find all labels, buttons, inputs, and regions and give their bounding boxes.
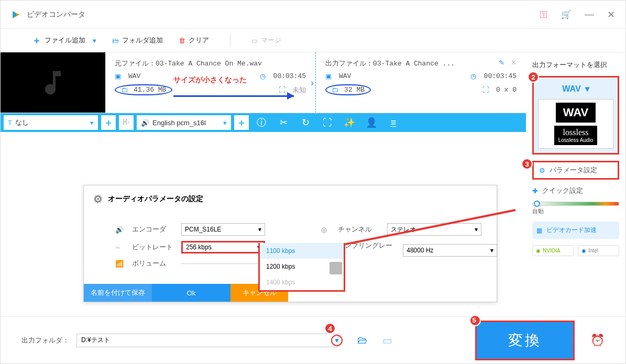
volume-icon: 📶	[115, 260, 125, 268]
annotation-circle-4: ▼	[331, 335, 343, 346]
slider-auto-label: 自動	[532, 207, 619, 215]
bitrate-option[interactable]: 1100 kbps	[260, 243, 344, 259]
titlebar: ビデオコンバータ ⚿ 🛒 ― ✕	[1, 1, 625, 29]
source-size: 41.36 MB	[134, 86, 166, 94]
chevron-right-icon: ›	[311, 77, 314, 88]
subtitle-select[interactable]: Tなし▾	[4, 115, 98, 130]
source-format: WAV	[128, 72, 140, 80]
sliders-icon: ⚙	[539, 167, 545, 174]
bitrate-option[interactable]: 1400 kbps	[260, 274, 344, 290]
add-file-button[interactable]: ＋ファイル追加▾	[32, 34, 96, 47]
caret-down-icon: ▾	[585, 84, 589, 94]
caret-down-icon[interactable]: ▼	[334, 337, 340, 344]
samplerate-label: サンプリングレート	[338, 241, 396, 260]
channel-select[interactable]: ステレオ▾	[387, 223, 481, 236]
channel-label: チャンネル	[338, 225, 380, 234]
add-audio-button[interactable]: ＋	[234, 115, 249, 130]
chip-icon: ▦	[536, 227, 542, 234]
folder-plus-icon: 🗁	[112, 37, 119, 45]
format-icon: ▣	[325, 72, 335, 80]
minimize-button[interactable]: ―	[585, 9, 594, 20]
bitrate-label: ビットレート	[132, 242, 174, 252]
channel-icon: ◎	[321, 226, 331, 234]
source-filename: 03-Take A Chance On Me.wav	[156, 60, 262, 68]
subtitle-icon: T	[8, 119, 12, 127]
parameter-settings-button[interactable]: 3 ⚙パラメータ設定	[532, 161, 619, 180]
output-format-title: 出力フォーマットを選択	[532, 60, 619, 70]
samplerate-select[interactable]: 48000 Hz▾	[403, 244, 497, 257]
quality-slider[interactable]: 自動	[532, 202, 619, 215]
bitrate-select[interactable]: 256 kbps▾	[181, 241, 265, 253]
subtitle-style-button[interactable]: HT	[119, 115, 134, 130]
audio-params-dialog: ⚙オーディオパラメータの設定 🔊エンコーダ PCM_S16LE▾ ◦◦ビットレー…	[83, 185, 497, 302]
subtitle-edit-button[interactable]: ≡	[384, 117, 403, 128]
output-dimension: 0 x 0	[496, 86, 517, 94]
bitrate-icon: ◦◦	[115, 244, 125, 251]
hw-accel-button[interactable]: ▦ビデオカード加速	[532, 222, 619, 239]
caret-down-icon: ▾	[93, 37, 96, 45]
gear-icon: ⚙	[93, 193, 103, 205]
speaker-icon: 🔊	[141, 119, 149, 127]
shutdown-timer-button[interactable]: ⏰	[590, 334, 605, 347]
open-folder-button[interactable]: 🗁	[357, 334, 368, 346]
intel-toggle[interactable]: ◉Intel	[578, 245, 619, 256]
output-folder-input[interactable]	[76, 334, 338, 347]
folder-icon: 🗀	[121, 86, 130, 94]
output-filename: 03-Take A Chance ...	[373, 60, 455, 68]
info-button[interactable]: ⓘ	[252, 116, 271, 129]
main-toolbar: ＋ファイル追加▾ 🗁フォルダ追加 🗑クリア ▭マージ	[1, 29, 625, 52]
close-window-button[interactable]: ✕	[607, 9, 615, 20]
encoder-select[interactable]: PCM_S16LE▾	[181, 223, 265, 236]
cut-button[interactable]: ✂	[274, 117, 293, 128]
volume-label: ボリューム	[132, 259, 174, 268]
source-duration: 00:03:45	[273, 72, 306, 80]
remove-file-button[interactable]: ✕	[511, 59, 517, 67]
nvidia-toggle[interactable]: ◉NVIDIA	[532, 245, 574, 256]
edit-filename-button[interactable]: ✎	[499, 59, 504, 67]
scrollbar-thumb[interactable]	[330, 262, 342, 274]
format-preview-card: WAV losslessLossless Audio	[538, 99, 613, 149]
dimension-icon: ⛶	[482, 86, 492, 94]
output-file-panel: › 出力ファイル：03-Take A Chance ... ✕ ✎ ▣WAV ◷…	[315, 52, 526, 113]
cart-icon[interactable]: 🛒	[561, 9, 572, 19]
wav-logo: WAV	[556, 103, 596, 123]
nvidia-icon: ◉	[536, 248, 541, 253]
key-icon[interactable]: ⚿	[540, 10, 548, 19]
app-title: ビデオコンバータ	[27, 10, 85, 19]
clock-icon: ◷	[470, 72, 480, 80]
right-sidebar: 出力フォーマットを選択 2 WAV▾ WAV losslessLossless …	[526, 52, 625, 309]
crop-button[interactable]: ⛶	[318, 117, 337, 128]
snapshot-button[interactable]: ▭	[382, 334, 392, 347]
plus-icon: ✚	[532, 187, 538, 195]
dialog-title: オーディオパラメータの設定	[108, 194, 203, 204]
watermark-button[interactable]: 👤	[362, 117, 381, 128]
output-format: WAV	[339, 72, 351, 80]
output-format-selector[interactable]: 2 WAV▾ WAV losslessLossless Audio	[532, 76, 619, 155]
annotation-badge-4: 4	[324, 323, 336, 334]
merge-icon: ▭	[251, 37, 258, 45]
audio-track-select[interactable]: 🔊English pcm_s16l▾	[137, 115, 231, 130]
annotation-badge-3: 3	[521, 158, 533, 170]
convert-button[interactable]: 5 変換	[475, 321, 575, 360]
source-file-panel: 元ファイル：03-Take A Chance On Me.wav ▣WAV ◷0…	[105, 52, 315, 113]
output-folder-label: 出力フォルダ：	[21, 336, 69, 345]
add-subtitle-button[interactable]: ＋	[101, 115, 116, 130]
clear-button[interactable]: 🗑クリア	[179, 36, 209, 45]
merge-button[interactable]: ▭マージ	[251, 36, 281, 45]
app-logo	[11, 9, 21, 20]
encoder-label: エンコーダ	[132, 225, 174, 234]
rotate-button[interactable]: ↻	[296, 117, 315, 128]
format-name: WAV	[562, 84, 580, 94]
bottombar: 出力フォルダ： ▼ 4 🗁 ▭ 5 変換 ⏰	[1, 316, 625, 363]
add-folder-button[interactable]: 🗁フォルダ追加	[112, 36, 163, 45]
output-size: 32 MB	[344, 86, 365, 94]
ok-button[interactable]: Ok	[152, 284, 230, 302]
intel-icon: ◉	[581, 248, 586, 253]
save-as-button[interactable]: 名前を付けて保存	[84, 284, 152, 302]
effects-button[interactable]: ✨	[340, 117, 359, 128]
speaker-icon: 🔊	[115, 226, 125, 234]
quick-settings-button[interactable]: ✚クイック設定	[532, 186, 619, 195]
format-icon: ▣	[115, 72, 124, 80]
annotation-badge-2: 2	[528, 71, 539, 83]
file-thumbnail[interactable]	[1, 52, 105, 113]
